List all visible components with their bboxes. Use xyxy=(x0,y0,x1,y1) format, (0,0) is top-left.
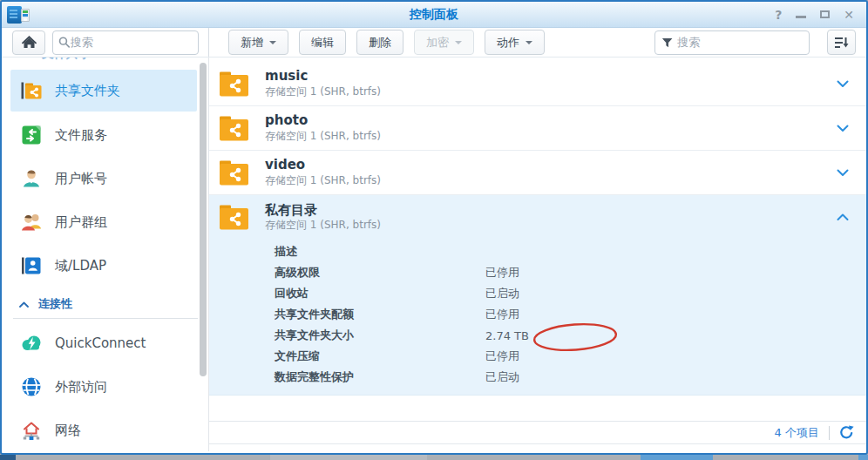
sidebar-section-connectivity[interactable]: 连接性 xyxy=(2,292,208,316)
detail-value: 已启动 xyxy=(485,369,519,385)
sidebar-item-shared-folder[interactable]: 共享文件夹 xyxy=(10,70,197,112)
user-group-icon xyxy=(19,210,44,234)
detail-label: 回收站 xyxy=(209,286,485,301)
external-access-icon xyxy=(19,375,44,399)
file-service-icon xyxy=(19,123,44,147)
folder-row-private[interactable]: 私有目录存储空间 1 (SHR, btrfs) xyxy=(209,195,866,240)
folder-name: photo xyxy=(265,112,381,129)
filter-search-box xyxy=(654,30,810,55)
folder-location: 存储空间 1 (SHR, btrfs) xyxy=(265,218,381,233)
sidebar-item-external-access[interactable]: 外部访问 xyxy=(2,365,208,409)
home-button[interactable] xyxy=(12,30,45,55)
domain-ldap-icon xyxy=(19,254,44,278)
sidebar-item-label: QuickConnect xyxy=(55,335,146,351)
shared-folder-icon xyxy=(218,70,250,98)
sidebar-item-label: 文件服务 xyxy=(55,127,107,144)
detail-label: 描述 xyxy=(209,244,485,260)
dropdown-caret-icon xyxy=(455,41,462,44)
sidebar-item-label: 用户群组 xyxy=(55,214,107,231)
detail-row: 回收站已启动 xyxy=(209,283,866,304)
sidebar: 文件共享 共享文件夹 文件服务 用户帐号 用户群组 域/LDAP xyxy=(2,58,209,451)
sort-list-icon xyxy=(835,37,849,49)
minimize-button[interactable] xyxy=(796,16,806,18)
sidebar-item-label: 共享文件夹 xyxy=(55,83,120,99)
chevron-down-icon[interactable] xyxy=(837,125,849,132)
detail-label: 数据完整性保护 xyxy=(209,369,485,385)
detail-row: 文件压缩已停用 xyxy=(209,346,866,367)
detail-row: 数据完整性保护已启动 xyxy=(209,367,866,388)
detail-row-folder-size: 共享文件夹大小2.74 TB xyxy=(209,325,866,346)
sidebar-item-domain-ldap[interactable]: 域/LDAP xyxy=(2,244,208,288)
folder-row-photo[interactable]: photo存储空间 1 (SHR, btrfs) xyxy=(209,106,866,151)
sidebar-item-label: 用户帐号 xyxy=(55,171,107,187)
sidebar-item-file-services[interactable]: 文件服务 xyxy=(2,113,208,157)
folder-name: video xyxy=(265,157,381,173)
search-icon xyxy=(58,36,71,49)
sidebar-item-label: 域/LDAP xyxy=(55,258,106,274)
sub-header: 新增 编辑 删除 加密 动作 xyxy=(2,28,866,58)
control-panel-window: 控制面板 ? ✕ 新增 编辑 删除 加密 动作 xyxy=(0,0,868,455)
detail-value: 已停用 xyxy=(485,307,519,322)
detail-label: 高级权限 xyxy=(209,265,485,281)
sort-button[interactable] xyxy=(827,30,856,55)
chevron-up-icon xyxy=(19,301,29,308)
detail-label: 文件压缩 xyxy=(209,348,485,364)
sidebar-item-network[interactable]: 网络 xyxy=(2,409,208,451)
refresh-button[interactable] xyxy=(839,425,854,440)
help-button[interactable]: ? xyxy=(775,9,782,21)
detail-row: 共享文件夹配额已停用 xyxy=(209,304,866,325)
home-icon xyxy=(22,36,37,49)
folder-name: 私有目录 xyxy=(265,202,381,219)
sidebar-item-quickconnect[interactable]: QuickConnect xyxy=(2,321,208,365)
shared-folder-icon xyxy=(218,203,250,232)
item-count: 4 个项目 xyxy=(775,425,819,441)
sidebar-item-user-groups[interactable]: 用户群组 xyxy=(2,200,208,244)
sidebar-section-label: 连接性 xyxy=(38,296,72,312)
list-footer: 4 个项目 xyxy=(209,421,866,444)
dropdown-caret-icon xyxy=(269,41,276,44)
filter-search-input[interactable] xyxy=(677,36,803,49)
folder-location: 存储空间 1 (SHR, btrfs) xyxy=(265,129,381,144)
folder-location: 存储空间 1 (SHR, btrfs) xyxy=(265,85,381,99)
shared-folder-icon xyxy=(218,114,250,143)
close-button[interactable]: ✕ xyxy=(844,9,854,21)
chevron-down-icon[interactable] xyxy=(837,169,849,177)
page-title: 控制面板 xyxy=(2,7,866,23)
network-icon xyxy=(19,418,44,443)
detail-label: 共享文件夹配额 xyxy=(209,307,485,322)
sidebar-item-label: 外部访问 xyxy=(55,379,107,396)
action-button[interactable]: 动作 xyxy=(485,30,545,55)
create-button[interactable]: 新增 xyxy=(228,30,288,55)
window-titlebar: 控制面板 ? ✕ xyxy=(2,2,866,28)
folder-row-video[interactable]: video存储空间 1 (SHR, btrfs) xyxy=(209,151,866,195)
detail-value-folder-size: 2.74 TB xyxy=(485,329,529,342)
sidebar-search-input[interactable] xyxy=(71,36,193,49)
detail-value: 已启动 xyxy=(485,286,519,301)
content-toolbar: 新增 编辑 删除 加密 动作 xyxy=(209,28,866,57)
folder-location: 存储空间 1 (SHR, btrfs) xyxy=(265,173,381,188)
chevron-down-icon[interactable] xyxy=(837,80,849,88)
shared-folder-icon xyxy=(218,159,250,187)
delete-button[interactable]: 删除 xyxy=(356,30,403,55)
folder-name: music xyxy=(265,68,381,85)
encrypt-button[interactable]: 加密 xyxy=(414,30,474,55)
sidebar-search-box xyxy=(52,30,199,55)
sidebar-section-file-sharing: 文件共享 xyxy=(42,58,91,62)
detail-row: 高级权限已停用 xyxy=(209,262,866,283)
sidebar-scrollbar[interactable] xyxy=(200,63,207,376)
detail-label: 共享文件夹大小 xyxy=(209,328,485,343)
sidebar-header xyxy=(2,28,209,57)
maximize-button[interactable] xyxy=(820,10,830,18)
detail-value: 已停用 xyxy=(485,265,519,281)
sidebar-divider xyxy=(13,318,198,319)
shared-folder-icon xyxy=(19,78,44,103)
sidebar-item-user-accounts[interactable]: 用户帐号 xyxy=(2,157,208,200)
folder-row-music[interactable]: music存储空间 1 (SHR, btrfs) xyxy=(209,62,866,106)
chevron-up-icon[interactable] xyxy=(837,213,849,221)
dropdown-caret-icon xyxy=(526,41,532,44)
edit-button[interactable]: 编辑 xyxy=(299,30,346,55)
quickconnect-icon xyxy=(19,331,44,355)
user-account-icon xyxy=(19,166,44,191)
shared-folder-list: music存储空间 1 (SHR, btrfs) photo存储空间 1 (SH… xyxy=(209,58,866,451)
detail-value: 已停用 xyxy=(485,348,519,364)
